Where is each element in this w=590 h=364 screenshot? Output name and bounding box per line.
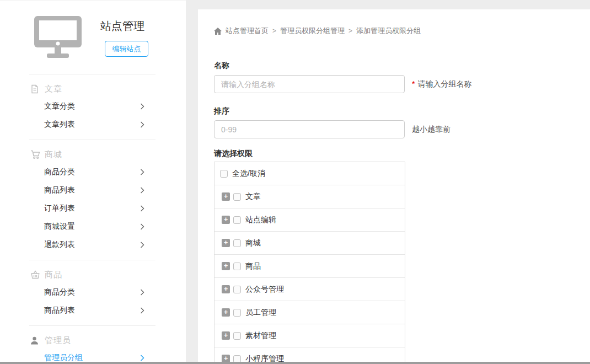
- chevron-right-icon: [140, 289, 144, 296]
- sidebar-item[interactable]: 商品列表: [0, 181, 186, 199]
- name-hint-text: 请输入分组名称: [417, 79, 471, 88]
- site-header: 站点管理 编辑站点: [0, 1, 186, 74]
- permission-row: +员工管理: [214, 301, 405, 324]
- content-card: 站点管理首页>管理员权限分组管理>添加管理员权限分组 名称 *请输入分组名称 排…: [198, 9, 590, 364]
- sidebar-item[interactable]: 退款列表: [0, 235, 186, 254]
- permission-label: 商城: [245, 238, 261, 248]
- permission-label: 全选/取消: [232, 168, 265, 179]
- breadcrumb-separator: >: [348, 27, 352, 35]
- breadcrumb-item[interactable]: 站点管理首页: [226, 26, 269, 36]
- permission-checkbox[interactable]: [233, 286, 241, 293]
- chevron-right-icon: [140, 355, 144, 361]
- required-asterisk: *: [412, 79, 415, 88]
- permission-checkbox[interactable]: [233, 263, 241, 270]
- expand-plus-icon[interactable]: +: [222, 239, 230, 247]
- sidebar-section-label: 商城: [45, 149, 62, 160]
- edit-site-button[interactable]: 编辑站点: [105, 41, 148, 57]
- permission-table: 全选/取消+文章+站点编辑+商城+商品+公众号管理+员工管理+素材管理+小程序管…: [214, 162, 405, 364]
- sidebar-item-label: 商城设置: [44, 222, 75, 232]
- permission-checkbox[interactable]: [233, 309, 241, 317]
- permission-label: 站点编辑: [245, 215, 276, 225]
- permission-row: +站点编辑: [214, 208, 405, 232]
- article-icon: [30, 84, 40, 94]
- chevron-right-icon: [140, 223, 144, 230]
- permission-row: +公众号管理: [214, 278, 405, 301]
- permission-checkbox[interactable]: [233, 216, 241, 224]
- chevron-right-icon: [140, 205, 144, 212]
- permission-checkbox[interactable]: [233, 332, 241, 340]
- chevron-right-icon: [140, 169, 144, 175]
- sidebar-item[interactable]: 商品列表: [0, 301, 186, 319]
- permission-checkbox[interactable]: [233, 239, 241, 247]
- sort-hint: 越小越靠前: [412, 120, 450, 138]
- sidebar-section-header: 文章: [0, 81, 186, 97]
- sidebar-item[interactable]: 商城设置: [0, 217, 186, 235]
- breadcrumb-item: 添加管理员权限分组: [356, 26, 421, 36]
- sidebar-item-label: 商品列表: [44, 185, 75, 195]
- chevron-right-icon: [140, 121, 144, 128]
- chevron-right-icon: [140, 103, 144, 110]
- permission-label: 文章: [245, 191, 261, 202]
- expand-plus-icon[interactable]: +: [222, 331, 230, 340]
- sidebar-section: 商城商品分类商品列表订单列表商城设置退款列表: [0, 140, 186, 260]
- sidebar-section-label: 文章: [45, 84, 62, 94]
- sidebar-section: 商品商品分类商品列表: [0, 260, 186, 325]
- permissions-label: 请选择权限: [214, 149, 253, 159]
- chevron-right-icon: [140, 187, 144, 194]
- sidebar-item-label: 商品分类: [44, 287, 75, 297]
- permission-row-select-all: 全选/取消: [214, 162, 405, 185]
- select-all-checkbox[interactable]: [220, 170, 228, 178]
- expand-plus-icon[interactable]: +: [222, 192, 230, 201]
- breadcrumb-item[interactable]: 管理员权限分组管理: [280, 26, 345, 36]
- mall-icon: [30, 150, 40, 159]
- bottom-bar: [0, 362, 590, 364]
- sidebar-item[interactable]: 商品分类: [0, 283, 186, 301]
- sidebar-item-label: 管理员分组: [44, 353, 83, 363]
- permission-row: +素材管理: [214, 324, 405, 347]
- sidebar-section-label: 商品: [45, 270, 62, 280]
- user-icon: [30, 336, 40, 345]
- sidebar-item-label: 商品列表: [44, 306, 75, 315]
- permission-label: 公众号管理: [245, 284, 284, 295]
- sidebar-section-header: 商品: [0, 266, 186, 283]
- permission-row: +文章: [214, 185, 405, 208]
- chevron-right-icon: [140, 307, 144, 314]
- sidebar-item-label: 文章分类: [44, 101, 75, 111]
- expand-plus-icon[interactable]: +: [222, 308, 230, 317]
- permission-label: 商品: [245, 261, 261, 271]
- sidebar-item-label: 退款列表: [44, 240, 75, 250]
- sidebar-item[interactable]: 文章分类: [0, 97, 186, 115]
- chevron-right-icon: [140, 242, 144, 248]
- sidebar-item-label: 商品分类: [44, 167, 75, 177]
- expand-plus-icon[interactable]: +: [222, 262, 230, 270]
- sidebar-nav: 文章文章分类文章列表商城商品分类商品列表订单列表商城设置退款列表商品商品分类商品…: [0, 74, 186, 364]
- home-icon: [214, 28, 222, 35]
- breadcrumb-separator: >: [272, 27, 276, 35]
- sidebar-item[interactable]: 商品分类: [0, 163, 186, 181]
- sidebar-item-label: 文章列表: [44, 120, 75, 130]
- name-required-hint: *请输入分组名称: [412, 75, 471, 93]
- permission-label: 素材管理: [245, 330, 276, 341]
- basket-icon: [30, 270, 40, 279]
- site-title: 站点管理: [100, 19, 144, 34]
- sidebar-item-label: 订单列表: [44, 204, 75, 213]
- sidebar-section: 管理员管理员分组: [0, 326, 186, 364]
- sidebar-section-header: 管理员: [0, 332, 186, 349]
- sidebar-section: 文章文章分类文章列表: [0, 74, 186, 140]
- sidebar: 站点管理 编辑站点 文章文章分类文章列表商城商品分类商品列表订单列表商城设置退款…: [0, 0, 186, 364]
- expand-plus-icon[interactable]: +: [222, 216, 230, 224]
- permission-row: +商城: [214, 232, 405, 255]
- sort-order-input[interactable]: [214, 120, 405, 138]
- permission-checkbox[interactable]: [233, 193, 241, 201]
- sort-hint-text: 越小越靠前: [412, 125, 450, 133]
- sidebar-section-header: 商城: [0, 146, 186, 163]
- breadcrumb: 站点管理首页>管理员权限分组管理>添加管理员权限分组: [214, 26, 421, 36]
- permission-label: 员工管理: [245, 307, 276, 318]
- sort-field-label: 排序: [214, 106, 229, 116]
- sidebar-item[interactable]: 订单列表: [0, 199, 186, 217]
- sidebar-item[interactable]: 文章列表: [0, 115, 186, 133]
- expand-plus-icon[interactable]: +: [222, 285, 230, 293]
- group-name-input[interactable]: [214, 75, 405, 93]
- sidebar-section-label: 管理员: [45, 335, 71, 346]
- monitor-icon: [34, 16, 82, 58]
